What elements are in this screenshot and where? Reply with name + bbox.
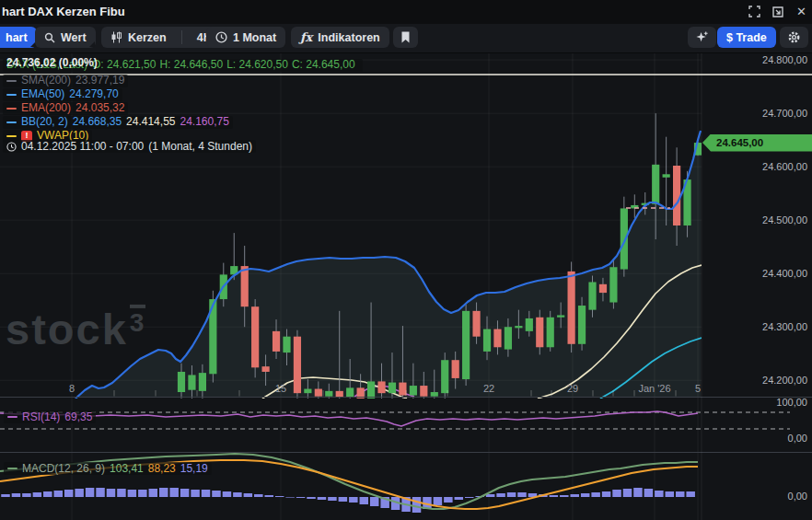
candle-down	[536, 318, 543, 347]
symbol-button-label: Wert	[61, 31, 87, 44]
macd-hist-bar	[244, 493, 253, 497]
indicator-row-sma200[interactable]: SMA(200) 23.977,19	[3, 71, 363, 84]
macd-legend[interactable]: MACD(12, 26, 9) 103,41 88,23 15,19	[4, 456, 212, 475]
symbol-search-button[interactable]: Wert	[35, 27, 96, 48]
indicator-row-bb[interactable]: BB(20, 2) 24.668,35 24.414,55 24.160,75	[3, 112, 363, 125]
macd-hist-bar	[339, 497, 348, 502]
candle-up	[609, 267, 617, 302]
candle-up	[178, 372, 185, 392]
ema50-swatch	[6, 94, 17, 97]
candle-up	[663, 174, 670, 177]
candle-down	[673, 166, 680, 225]
indicators-button[interactable]: ƒx Indikatoren	[291, 27, 389, 48]
templates-button[interactable]	[393, 27, 418, 48]
macd-hist-bar	[465, 497, 473, 498]
candle-up	[389, 383, 396, 394]
indicator-row-ema200[interactable]: EMA(200) 24.035,32	[3, 98, 363, 111]
candle-down	[399, 383, 406, 396]
macd-hist-bar	[349, 497, 358, 503]
clock-icon	[215, 31, 227, 43]
stock3-watermark: stock3	[6, 307, 145, 351]
candle-up	[325, 391, 332, 397]
fullscreen-icon[interactable]	[748, 6, 760, 17]
indicator-row-ema50[interactable]: EMA(50) 24.279,70	[3, 85, 363, 98]
macd-hist-bar	[517, 492, 527, 497]
macd-hist-bar	[233, 492, 241, 497]
price-axis-label: 24.600,00	[762, 161, 807, 172]
fx-icon: ƒx	[300, 30, 312, 44]
macd-hist-bar	[128, 490, 137, 497]
macd-hist-bar	[412, 497, 422, 513]
rsi-legend[interactable]: RSI(14) 69,35	[4, 405, 96, 423]
candle-up	[526, 318, 533, 331]
divider	[181, 30, 182, 44]
macd-hist-bar	[507, 492, 516, 497]
chart-button-label: hart	[6, 31, 28, 44]
candle-up	[578, 306, 586, 344]
candle-down	[241, 266, 249, 306]
price-axis-label: 24.400,00	[762, 268, 807, 279]
close-icon[interactable]: ✕	[796, 6, 806, 17]
rsi-axis-top: 100,00	[776, 397, 807, 408]
candle-up	[199, 373, 206, 391]
candle-up	[462, 311, 470, 379]
symbol-ohlc-row[interactable]: DAX (L&S, Last) O: 24.621,50H: 24.646,50…	[3, 57, 363, 70]
ema200-swatch	[6, 108, 17, 110]
macd-hist-bar	[138, 490, 147, 497]
candle-up	[304, 389, 311, 394]
settings-button[interactable]	[780, 27, 808, 48]
macd-hist-bar	[644, 489, 654, 497]
time-row: 04.12.2025 11:00 - 07:00 (1 Monat, 4 Stu…	[3, 140, 363, 153]
macd-hist-bar	[159, 488, 168, 497]
macd-hist-bar	[96, 488, 105, 497]
title-bar: hart DAX Kerzen Fibu ✕	[0, 0, 812, 24]
candle-up	[441, 360, 448, 393]
candle-up	[431, 392, 438, 397]
candle-down	[420, 386, 427, 397]
candle-up	[515, 326, 522, 328]
macd-hist-bar	[191, 490, 200, 497]
macd-histogram	[1, 488, 695, 513]
macd-hist-bar	[75, 489, 84, 497]
macd-hist-bar	[676, 491, 685, 497]
candle-up	[483, 329, 491, 352]
price-axis-label: 24.500,00	[762, 214, 807, 225]
macd-hist-bar	[107, 489, 116, 497]
price-axis-label: 24.300,00	[762, 321, 807, 332]
macd-hist-bar	[1, 494, 10, 497]
price-axis-label: 24.800,00	[762, 54, 807, 65]
candle-up	[367, 381, 375, 399]
macd-hist-bar	[455, 497, 464, 500]
candles-timeframe-group: Kerzen 4h	[101, 27, 219, 48]
macd-hist-bar	[264, 495, 273, 497]
macd-hist-bar	[64, 490, 74, 497]
price-axis-label: 24.200,00	[762, 375, 807, 386]
sma200-swatch	[6, 80, 17, 83]
candle-down	[568, 272, 575, 344]
rsi-swatch	[7, 416, 17, 419]
rsi-axis-bottom: 0,00	[788, 433, 807, 444]
macd-hist-bar	[602, 491, 611, 497]
macd-hist-bar	[570, 494, 579, 497]
candle-up	[346, 387, 354, 397]
ai-assistant-button[interactable]	[688, 27, 716, 48]
candle-down	[251, 306, 259, 367]
macd-hist-bar	[22, 493, 31, 497]
gear-icon	[787, 30, 801, 44]
popout-icon[interactable]	[772, 6, 784, 17]
indicators-button-label: Indikatoren	[318, 31, 379, 44]
trade-button[interactable]: $ Trade	[717, 27, 776, 48]
range-button[interactable]: 1 Monat	[206, 27, 285, 48]
clock-icon	[6, 142, 17, 152]
rsi-line	[0, 411, 698, 426]
macd-hist-bar	[318, 497, 327, 500]
candles-button[interactable]: Kerzen	[101, 27, 176, 48]
macd-hist-bar	[496, 493, 505, 497]
macd-hist-bar	[117, 489, 125, 497]
search-icon	[44, 32, 55, 43]
macd-hist-bar	[12, 493, 21, 497]
macd-hist-bar	[223, 491, 232, 497]
ohlc-values: O: 24.621,50H: 24.646,50L: 24.620,50C: 2…	[92, 59, 359, 71]
chart-type-button[interactable]: hart	[0, 27, 37, 48]
candle-up	[547, 318, 554, 347]
